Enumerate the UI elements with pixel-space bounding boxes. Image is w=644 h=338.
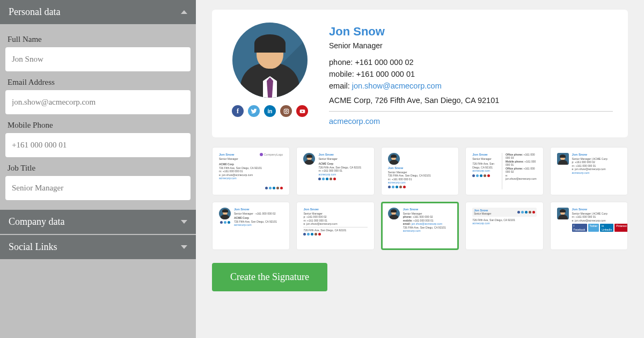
label-email: Email Address — [8, 78, 188, 87]
preview-email-row: email: jon.show@acmecorp.com — [329, 80, 613, 92]
template-8[interactable]: Jon Snow Senior Manager phone: +161 000 … — [381, 202, 459, 250]
template-7[interactable]: Jon Snow Senior Manager p: +161 000 000 … — [296, 202, 374, 250]
avatar-column: f in — [227, 23, 313, 128]
preview-address: ACME Corp, 726 Fifth Ave, San Diego, CA … — [329, 95, 613, 107]
input-email[interactable] — [5, 90, 191, 114]
section-social-header[interactable]: Social Links — [0, 235, 196, 259]
chevron-up-icon — [181, 10, 187, 14]
label-mobile: Mobile Phone — [8, 121, 188, 130]
template-2[interactable]: Jon Snow Senior Manager ACME Corp 726 Fi… — [296, 147, 374, 195]
preview-mobile-row: mobile: +161 000 000 01 — [329, 69, 613, 80]
section-personal-header[interactable]: Personal data — [0, 0, 196, 24]
divider — [329, 111, 613, 112]
preview-name: Jon Snow — [329, 23, 613, 40]
svg-rect-0 — [284, 109, 288, 113]
preview-phone-row: phone: +161 000 000 02 — [329, 57, 613, 69]
template-9[interactable]: Jon Snow Senior Manager 726 Fifth Ave, S… — [465, 202, 543, 250]
preview-website-link[interactable]: acmecorp.com — [329, 116, 613, 128]
svg-point-1 — [285, 110, 287, 112]
label-full-name: Full Name — [8, 35, 188, 44]
avatar — [232, 23, 308, 98]
main-panel: f in Jon Snow Senior Manager phone: +161… — [196, 0, 644, 338]
template-6[interactable]: Jon Snow Senior Manager · +161 000 000 0… — [212, 202, 290, 250]
chevron-down-icon — [181, 245, 187, 249]
template-10[interactable]: Jon Snow Senior Manager | ACME Corp m: +… — [550, 202, 628, 250]
facebook-icon[interactable]: f — [232, 105, 244, 117]
preview-email-link[interactable]: jon.show@acmecorp.com — [352, 82, 442, 90]
signature-details: Jon Snow Senior Manager phone: +161 000 … — [329, 23, 613, 128]
create-signature-button[interactable]: Create the Signature — [212, 263, 327, 291]
section-company-header[interactable]: Company data — [0, 210, 196, 234]
section-social-title: Social Links — [9, 241, 57, 253]
template-3[interactable]: Jon Snow Senior Manager 726 Fifth Ave, S… — [381, 147, 459, 195]
preview-title: Senior Manager — [329, 40, 613, 52]
signature-preview: f in Jon Snow Senior Manager phone: +161… — [212, 10, 628, 137]
template-grid: CompanyLogo Jon Snow Senior Manager ACME… — [212, 147, 628, 250]
template-1[interactable]: CompanyLogo Jon Snow Senior Manager ACME… — [212, 147, 290, 195]
section-personal-title: Personal data — [9, 6, 60, 18]
twitter-icon[interactable] — [248, 105, 260, 117]
input-full-name[interactable] — [5, 47, 191, 71]
sidebar: Personal data Full Name Email Address Mo… — [0, 0, 196, 338]
section-personal-body: Full Name Email Address Mobile Phone Job… — [0, 24, 196, 209]
social-icons-row: f in — [232, 105, 308, 117]
input-job-title[interactable] — [5, 176, 191, 200]
template-4[interactable]: Jon Snow Senior Manager 726 Fifth Ave, S… — [465, 147, 543, 195]
company-logo-icon: CompanyLogo — [260, 153, 283, 157]
chevron-down-icon — [181, 220, 187, 224]
linkedin-icon[interactable]: in — [264, 105, 276, 117]
section-company-title: Company data — [9, 216, 64, 227]
youtube-icon[interactable] — [296, 105, 308, 117]
input-mobile[interactable] — [5, 133, 191, 157]
instagram-icon[interactable] — [280, 105, 292, 117]
template-5[interactable]: Jon Snow Senior Manager | ACME Corp p: +… — [550, 147, 628, 195]
label-job-title: Job Title — [8, 164, 188, 173]
